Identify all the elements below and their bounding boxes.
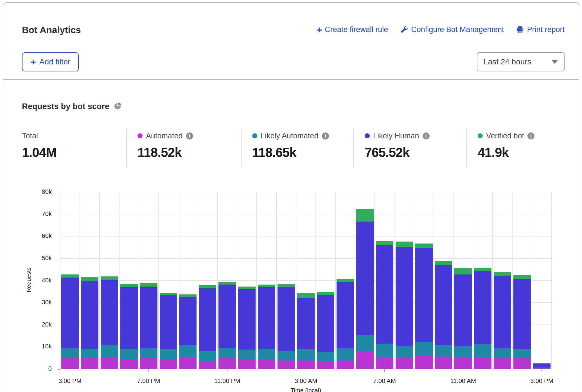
bar-11-00-pm[interactable] bbox=[218, 282, 236, 369]
y-tick-label: 50k bbox=[29, 254, 52, 262]
bar-segment-likely-automated bbox=[238, 350, 256, 359]
bar-segment-likely-automated bbox=[533, 368, 551, 368]
bar-4-00-pm[interactable] bbox=[81, 277, 98, 369]
h-gridline bbox=[60, 192, 552, 192]
stat-value: 1.04M bbox=[22, 145, 57, 160]
bar-segment-automated bbox=[415, 355, 433, 369]
v-gridline bbox=[355, 192, 355, 369]
stat-divider bbox=[466, 129, 467, 167]
bar-8-00-am[interactable] bbox=[396, 242, 413, 369]
time-range-select[interactable]: Last 24 hours bbox=[477, 52, 565, 71]
v-gridline bbox=[119, 192, 119, 369]
bar-segment-likely-automated bbox=[258, 349, 275, 359]
stat-label: Likely Human bbox=[373, 132, 419, 140]
bar-5-00-am[interactable] bbox=[337, 279, 354, 369]
bar-segment-likely-human bbox=[218, 285, 236, 348]
bar-segment-verified-bot bbox=[81, 277, 98, 281]
create-firewall-rule-link[interactable]: + Create firewall rule bbox=[316, 25, 388, 34]
bar-6-00-pm[interactable] bbox=[120, 284, 138, 369]
bar-segment-verified-bot bbox=[120, 284, 138, 287]
bar-segment-likely-human bbox=[258, 287, 275, 349]
bar-segment-likely-human bbox=[494, 276, 511, 348]
bar-6-00-am[interactable] bbox=[356, 209, 374, 369]
bar-10-00-pm[interactable] bbox=[199, 285, 216, 369]
bar-8-00-pm[interactable] bbox=[160, 293, 177, 369]
print-report-link[interactable]: Print report bbox=[516, 25, 565, 34]
bar-segment-verified-bot bbox=[140, 283, 157, 287]
chart-plot-area bbox=[60, 192, 552, 369]
info-icon[interactable]: i bbox=[322, 132, 329, 139]
v-gridline bbox=[178, 192, 179, 369]
stat-total: Total1.04M bbox=[22, 131, 57, 160]
bar-segment-verified-bot bbox=[199, 285, 216, 288]
stat-label: Total bbox=[22, 132, 38, 140]
bar-segment-verified-bot bbox=[376, 241, 393, 245]
header-divider bbox=[3, 79, 579, 80]
bar-5-00-pm[interactable] bbox=[101, 276, 118, 369]
x-tick-label: 7:00 AM bbox=[362, 377, 407, 385]
bar-11-00-am[interactable] bbox=[454, 268, 472, 369]
bar-3-00-pm[interactable] bbox=[533, 363, 551, 369]
stat-divider bbox=[126, 129, 127, 167]
bar-10-00-am[interactable] bbox=[435, 261, 452, 369]
bar-2-00-am[interactable] bbox=[278, 284, 295, 369]
bar-segment-verified-bot bbox=[218, 282, 236, 285]
bar-segment-likely-automated bbox=[101, 345, 118, 358]
x-tick bbox=[384, 369, 385, 372]
add-filter-label: Add filter bbox=[39, 57, 71, 66]
info-icon[interactable]: i bbox=[186, 132, 193, 139]
bar-segment-automated bbox=[435, 356, 452, 369]
bar-1-00-pm[interactable] bbox=[494, 272, 511, 369]
bar-segment-verified-bot bbox=[533, 363, 551, 364]
v-gridline bbox=[256, 192, 257, 369]
bar-segment-likely-automated bbox=[160, 349, 177, 359]
bar-segment-likely-automated bbox=[454, 346, 472, 357]
bar-12-00-am[interactable] bbox=[238, 287, 256, 369]
plus-icon: + bbox=[30, 58, 36, 66]
bar-3-00-am[interactable] bbox=[297, 293, 315, 369]
bar-segment-likely-human bbox=[454, 274, 472, 346]
bar-7-00-am[interactable] bbox=[376, 241, 393, 369]
stat-verified-bot[interactable]: Verified boti41.9k bbox=[478, 131, 534, 160]
x-axis-title: Time (local) bbox=[283, 387, 328, 392]
bar-segment-likely-human bbox=[415, 248, 433, 342]
bar-segment-automated bbox=[454, 357, 472, 369]
info-icon[interactable]: i bbox=[423, 132, 430, 139]
x-tick-label: 3:00 PM bbox=[519, 377, 564, 385]
stat-likely-human[interactable]: Likely Humani765.52k bbox=[365, 131, 430, 160]
bar-3-00-pm[interactable] bbox=[61, 274, 79, 369]
stat-label-row: Likely Automatedi bbox=[252, 131, 329, 141]
bar-4-00-am[interactable] bbox=[317, 292, 334, 369]
info-icon[interactable]: i bbox=[527, 132, 534, 139]
bar-7-00-pm[interactable] bbox=[140, 283, 157, 369]
configure-bot-management-link[interactable]: Configure Bot Management bbox=[400, 25, 504, 34]
stat-label-row: Automatedi bbox=[137, 131, 193, 141]
add-filter-button[interactable]: + Add filter bbox=[22, 52, 79, 71]
bar-segment-likely-human bbox=[61, 278, 79, 348]
stat-automated[interactable]: Automatedi118.52k bbox=[137, 131, 193, 160]
bar-12-00-pm[interactable] bbox=[474, 268, 491, 369]
bar-2-00-pm[interactable] bbox=[513, 275, 531, 369]
bar-segment-verified-bot bbox=[258, 285, 275, 287]
time-range-value: Last 24 hours bbox=[484, 57, 531, 66]
v-gridline bbox=[158, 192, 159, 369]
bar-segment-verified-bot bbox=[297, 293, 315, 298]
printer-icon bbox=[516, 26, 524, 34]
v-gridline bbox=[60, 192, 60, 369]
x-tick bbox=[148, 369, 149, 372]
bar-9-00-am[interactable] bbox=[415, 244, 433, 369]
bar-segment-likely-automated bbox=[199, 351, 216, 361]
stat-likely-automated[interactable]: Likely Automatedi118.65k bbox=[252, 131, 329, 160]
bar-segment-verified-bot bbox=[415, 244, 433, 248]
bar-segment-likely-human bbox=[81, 281, 98, 349]
bar-1-00-am[interactable] bbox=[258, 285, 275, 369]
bar-segment-likely-automated bbox=[297, 349, 315, 360]
bar-segment-automated bbox=[278, 360, 295, 369]
bar-segment-verified-bot bbox=[278, 284, 295, 287]
analytics-card: Bot Analytics + Create firewall rule Con… bbox=[3, 2, 579, 392]
stat-label-row: Likely Humani bbox=[365, 131, 430, 141]
x-tick bbox=[463, 369, 463, 372]
bar-segment-automated bbox=[81, 358, 98, 369]
bar-9-00-pm[interactable] bbox=[179, 294, 197, 369]
bar-segment-likely-human bbox=[533, 363, 551, 367]
